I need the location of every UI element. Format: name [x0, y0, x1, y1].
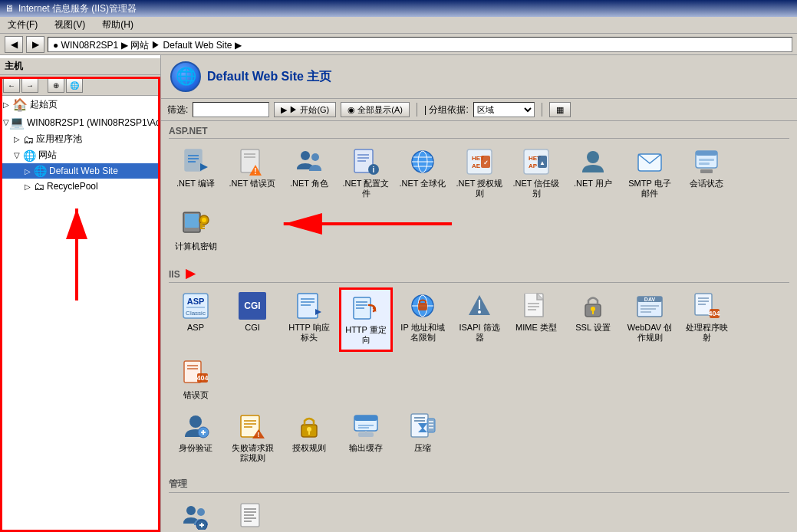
icon-config-editor[interactable]: 配置编辑器 [226, 498, 279, 533]
svg-rect-36 [696, 151, 717, 156]
icon-net-config[interactable]: i .NET 配置文件 [339, 143, 393, 203]
tree-item-server[interactable]: ▽ 💻 WIN08R2SP1 (WIN08R2SP1\Adm [0, 113, 160, 131]
icon-smtp[interactable]: SMTP 电子邮件 [623, 143, 677, 203]
icon-net-trust[interactable]: HET AP ▲ .NET 信任级别 [509, 143, 563, 203]
svg-rect-63 [418, 303, 427, 310]
icon-net-error[interactable]: ! .NET 错误页 [226, 143, 279, 203]
net-trust-img: HET AP ▲ [522, 148, 550, 176]
icon-iis-mgr[interactable]: IIS 管理器权限 [169, 498, 222, 533]
icon-asp[interactable]: ASP Classic ASP [169, 287, 222, 352]
icon-output-cache[interactable]: 输出缓存 [339, 408, 393, 468]
svg-point-33 [587, 151, 599, 163]
forward-button[interactable]: ▶ [26, 36, 44, 53]
compress-label: 压缩 [414, 443, 431, 453]
net-roles-label: .NET 角色 [290, 179, 328, 189]
svg-text:!: ! [258, 431, 260, 438]
failed-trace-label: 失败请求跟踪规则 [229, 443, 276, 463]
tree-item-recycle[interactable]: ▷ 🗂 RecyclePool [0, 179, 160, 194]
session-label: 会话状态 [690, 179, 723, 189]
icon-net-compile[interactable]: .NET 编译 [169, 143, 222, 203]
icon-session[interactable]: 会话状态 [680, 143, 733, 203]
icon-mime[interactable]: MIME 类型 [509, 287, 563, 352]
icon-ssl[interactable]: SSL 设置 [566, 287, 620, 352]
icon-http-redirect[interactable]: HTTP 重定向 [339, 287, 393, 352]
svg-text:▲: ▲ [539, 159, 545, 166]
tree-item-apppool[interactable]: ▷ 🗂 应用程序池 [0, 131, 160, 147]
iis-grid-2: 身份验证 ! [169, 408, 789, 468]
sidebar-back-btn[interactable]: ← [3, 77, 20, 93]
svg-point-91 [189, 415, 202, 428]
icon-webdav[interactable]: DAV WebDAV 创作规则 [623, 287, 677, 352]
svg-rect-37 [699, 159, 714, 161]
title-bar-icon: 🖥 [5, 3, 14, 14]
menu-view[interactable]: 视图(V) [50, 17, 90, 33]
address-path[interactable]: ● WIN08R2SP1 ▶ 网站 ▶ Default Web Site ▶ [48, 37, 792, 52]
svg-rect-38 [699, 163, 710, 165]
svg-rect-105 [354, 415, 377, 421]
auth-iis-label: 身份验证 [179, 443, 212, 453]
iis-arrow: ▶ [186, 267, 195, 280]
icon-compress[interactable]: 压缩 [396, 408, 450, 468]
webdav-label: WebDAV 创作规则 [626, 323, 673, 343]
mime-label: MIME 类型 [515, 323, 557, 333]
svg-rect-39 [700, 169, 713, 173]
menu-help[interactable]: 帮助(H) [97, 17, 138, 33]
iis-mgr-img [182, 502, 209, 530]
icon-failed-trace[interactable]: ! 失败请求跟踪规则 [226, 408, 279, 468]
authz-iis-img [295, 412, 323, 440]
svg-point-120 [197, 508, 205, 516]
separator2 [542, 103, 542, 117]
svg-rect-41 [185, 214, 199, 228]
cgi-img: CGI [239, 292, 266, 320]
back-button[interactable]: ◀ [5, 36, 23, 53]
sidebar-refresh-btn[interactable]: ⊕ [48, 77, 64, 93]
ip-restrict-label: IP 地址和域名限制 [399, 323, 446, 343]
aspnet-grid: .NET 编译 ! .NET [169, 143, 789, 257]
show-all-button[interactable]: ◉全部显示(A) [341, 102, 410, 117]
svg-text:!: ! [254, 167, 256, 176]
auth-iis-img [182, 412, 209, 440]
icon-net-auth[interactable]: HET AE ✓ .NET 授权规则 [453, 143, 506, 203]
asp-img: ASP Classic [182, 292, 209, 320]
svg-point-66 [478, 310, 481, 314]
svg-rect-0 [185, 149, 202, 171]
icon-cgi[interactable]: CGI CGI [226, 287, 279, 352]
aspnet-section: ASP.NET .NET 编译 [161, 121, 797, 261]
icon-isapi[interactable]: ISAPI 筛选器 [453, 287, 506, 352]
content-globe-icon: 🌐 [170, 61, 201, 92]
sidebar-home-btn[interactable]: 🌐 [66, 77, 83, 93]
view-button[interactable]: ▦ [549, 102, 571, 117]
icon-machinekey[interactable]: 计算机密钥 [169, 206, 222, 256]
icon-handler[interactable]: 404 处理程序映射 [680, 287, 733, 352]
svg-point-43 [202, 218, 206, 222]
expand-icon-apppool: ▷ [14, 135, 23, 143]
tree-item-sites[interactable]: ▽ 🌐 网站 [0, 147, 160, 163]
svg-text:404: 404 [708, 310, 720, 317]
filter-input[interactable] [193, 102, 269, 117]
svg-text:AP: AP [529, 163, 538, 169]
config-editor-img [239, 502, 266, 530]
machinekey-img [182, 211, 209, 238]
icon-net-roles[interactable]: .NET 角色 [282, 143, 336, 203]
icon-authz-iis[interactable]: 授权规则 [282, 408, 336, 468]
tree-item-start[interactable]: ▷ 🏠 起始页 [0, 96, 160, 113]
machinekey-label: 计算机密钥 [175, 241, 217, 251]
manage-title: 管理 [169, 478, 789, 493]
groupby-select[interactable]: 区域 [473, 102, 535, 117]
icon-http-headers[interactable]: HTTP 响应标头 [282, 287, 336, 352]
tree-item-default-web[interactable]: ▷ 🌐 Default Web Site [0, 163, 160, 179]
svg-marker-55 [315, 309, 321, 315]
separator [417, 103, 417, 117]
start-button[interactable]: ▶▶ 开始(G) [274, 102, 336, 117]
menu-file[interactable]: 文件(F) [3, 17, 42, 33]
output-cache-img [352, 412, 380, 440]
icon-net-global[interactable]: .NET 全球化 [396, 143, 450, 203]
icon-auth-iis[interactable]: 身份验证 [169, 408, 222, 468]
icon-error-page[interactable]: 404 错误页 [169, 355, 222, 405]
icon-net-user[interactable]: .NET 用户 [566, 143, 620, 203]
icon-ip-restrict[interactable]: IP 地址和域名限制 [396, 287, 450, 352]
expand-icon-server: ▽ [3, 118, 9, 126]
sidebar-fwd-btn[interactable]: → [21, 77, 38, 93]
net-global-label: .NET 全球化 [400, 179, 446, 189]
net-compile-label: .NET 编译 [176, 179, 215, 189]
